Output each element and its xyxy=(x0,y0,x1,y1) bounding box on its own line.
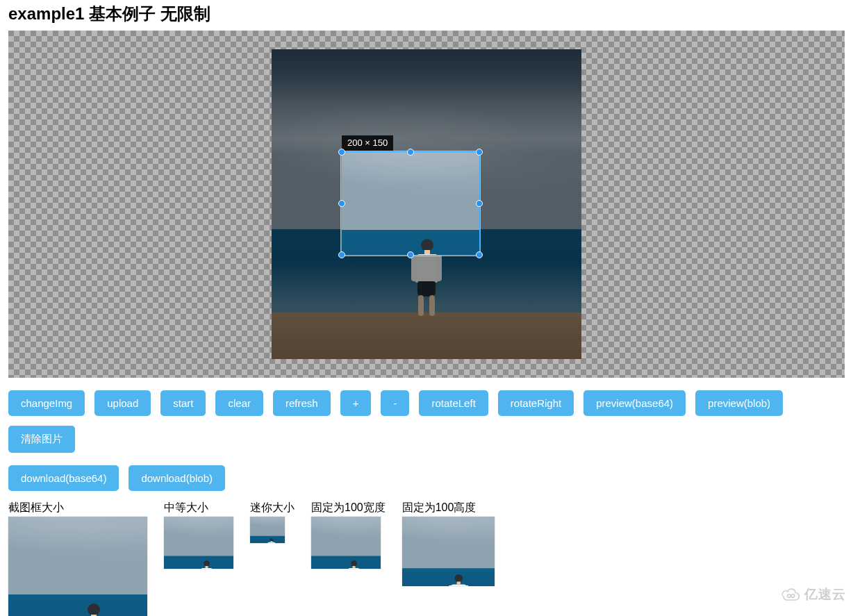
previews-row: 截图框大小 中等大小 迷你大小 固定为100宽度 固定为100高度 xyxy=(8,501,845,616)
rotateright-button[interactable]: rotateRight xyxy=(498,390,574,416)
resize-handle-tm[interactable] xyxy=(407,149,414,156)
resize-handle-bl[interactable] xyxy=(338,251,345,258)
download-base64-button[interactable]: download(base64) xyxy=(8,465,119,491)
btn-button[interactable]: - xyxy=(381,390,409,416)
preview-label: 迷你大小 xyxy=(250,501,295,515)
preview-box xyxy=(8,517,147,616)
preview-box xyxy=(164,517,233,569)
page-title: example1 基本例子 无限制 xyxy=(8,3,845,25)
preview-mini: 迷你大小 xyxy=(250,501,295,543)
preview-base64-button[interactable]: preview(base64) xyxy=(583,390,686,416)
resize-handle-tr[interactable] xyxy=(476,149,483,156)
button-row-2: download(base64)download(blob) xyxy=(8,465,845,491)
preview-medium: 中等大小 xyxy=(164,501,233,569)
resize-handle-mr[interactable] xyxy=(476,200,483,207)
upload-button[interactable]: upload xyxy=(94,390,151,416)
preview-label: 中等大小 xyxy=(164,501,233,515)
cropper-image[interactable]: 200 × 150 xyxy=(272,49,581,359)
preview-original: 截图框大小 xyxy=(8,501,147,616)
preview-fixed-width: 固定为100宽度 xyxy=(311,501,386,569)
resize-handle-ml[interactable] xyxy=(338,200,345,207)
crop-window xyxy=(342,152,479,255)
cropper-area[interactable]: 200 × 150 xyxy=(8,31,845,378)
refresh-button[interactable]: refresh xyxy=(273,390,331,416)
rotateleft-button[interactable]: rotateLeft xyxy=(419,390,488,416)
preview-label: 截图框大小 xyxy=(8,501,147,515)
preview-box xyxy=(250,517,285,543)
preview-box xyxy=(402,517,495,586)
start-button[interactable]: start xyxy=(160,390,206,416)
changeimg-button[interactable]: changeImg xyxy=(8,390,85,416)
resize-handle-br[interactable] xyxy=(476,251,483,258)
button-row-1: changeImguploadstartclearrefresh+-rotate… xyxy=(8,390,845,453)
btn-button[interactable]: 清除图片 xyxy=(8,426,75,453)
crop-size-badge: 200 × 150 xyxy=(342,135,393,151)
clear-button[interactable]: clear xyxy=(215,390,263,416)
preview-label: 固定为100宽度 xyxy=(311,501,386,515)
preview-label: 固定为100高度 xyxy=(402,501,495,515)
resize-handle-bm[interactable] xyxy=(407,251,414,258)
crop-box[interactable]: 200 × 150 xyxy=(341,151,480,256)
resize-handle-tl[interactable] xyxy=(338,149,345,156)
preview-box xyxy=(311,517,381,569)
btn-button[interactable]: + xyxy=(340,390,372,416)
preview-fixed-height: 固定为100高度 xyxy=(402,501,495,586)
download-blob-button[interactable]: download(blob) xyxy=(129,465,225,491)
preview-blob-button[interactable]: preview(blob) xyxy=(695,390,783,416)
